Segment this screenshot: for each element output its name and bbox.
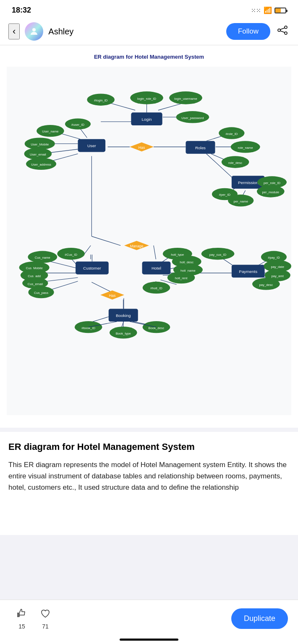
username-label: Ashley	[48, 27, 221, 36]
svg-text:User_password: User_password	[181, 116, 204, 120]
svg-text:Has: Has	[109, 293, 116, 298]
svg-text:Payments: Payments	[239, 269, 257, 274]
svg-text:pay_date: pay_date	[271, 265, 284, 269]
svg-text:role_name: role_name	[238, 146, 253, 150]
svg-text:Book_type: Book_type	[116, 332, 131, 335]
home-indicator	[120, 639, 178, 641]
status-time: 18:32	[12, 6, 31, 15]
content-title: ER diagram for Hotel Management System	[8, 441, 290, 453]
svg-text:hotl_type: hotl_type	[171, 253, 184, 257]
svg-text:pay_desc: pay_desc	[259, 283, 273, 287]
svg-text:login_role_ID: login_role_ID	[137, 97, 157, 101]
svg-text:#Cus_ID: #Cus_ID	[65, 253, 77, 257]
svg-text:Permission: Permission	[238, 180, 259, 185]
back-button[interactable]: ‹	[8, 23, 20, 39]
wifi-icon: 📶	[264, 6, 272, 14]
svg-text:#login_ID: #login_ID	[94, 99, 108, 102]
bottom-bar: 15 71 Duplicate	[0, 600, 298, 644]
svg-text:Hotel: Hotel	[152, 266, 161, 270]
svg-text:Cus_add: Cus_add	[28, 274, 41, 278]
svg-text:Cus_email: Cus_email	[28, 282, 43, 286]
svg-text:login_username: login_username	[174, 97, 197, 101]
svg-text:#hotl_ID: #hotl_ID	[150, 286, 162, 290]
svg-text:Cus_name: Cus_name	[35, 256, 50, 260]
svg-point-1	[285, 26, 287, 29]
diagram-title: ER diagram for Hotel Management System	[7, 54, 291, 60]
follow-button[interactable]: Follow	[226, 23, 270, 40]
svg-line-5	[280, 31, 285, 33]
svg-text:Book_desc: Book_desc	[149, 326, 165, 330]
heart-button[interactable]: 71	[34, 606, 57, 631]
thumbs-up-icon	[16, 608, 28, 622]
svg-text:User: User	[87, 143, 96, 148]
svg-text:per_module: per_module	[262, 190, 279, 194]
svg-text:per_name: per_name	[234, 200, 248, 203]
svg-text:#book_ID: #book_ID	[81, 326, 95, 330]
svg-text:Cus_pass: Cus_pass	[34, 291, 48, 295]
like-count: 15	[18, 623, 25, 630]
svg-text:User_address: User_address	[31, 163, 51, 166]
content-section: ER diagram for Hotel Management System T…	[0, 432, 298, 535]
svg-text:#user_ID: #user_ID	[71, 123, 84, 127]
svg-text:Login: Login	[142, 117, 152, 122]
svg-text:User_name: User_name	[42, 130, 59, 133]
heart-icon	[39, 608, 51, 622]
svg-text:Booking: Booking	[116, 313, 131, 318]
avatar	[25, 22, 43, 41]
battery-icon	[274, 8, 286, 13]
svg-text:Roles: Roles	[195, 145, 206, 150]
duplicate-button[interactable]: Duplicate	[231, 608, 288, 629]
svg-text:hotl_desc: hotl_desc	[180, 260, 193, 264]
status-bar: 18:32 ⁙⁙ 📶	[0, 0, 298, 18]
svg-text:hotl_rent: hotl_rent	[175, 276, 188, 280]
svg-line-4	[280, 28, 285, 30]
svg-text:Customer: Customer	[83, 266, 101, 270]
heart-count: 71	[42, 623, 49, 630]
svg-text:pay_cus_ID: pay_cus_ID	[209, 253, 227, 257]
svg-text:per_role_ID: per_role_ID	[264, 181, 280, 185]
svg-text:Has: Has	[139, 145, 145, 150]
svg-text:#role_ID: #role_ID	[225, 132, 238, 136]
header: ‹ Ashley Follow	[0, 18, 298, 45]
diagram-svg[interactable]: Login login_role_ID login_username User_…	[7, 67, 291, 415]
svg-text:#per_ID: #per_ID	[219, 193, 231, 197]
svg-point-2	[285, 32, 287, 34]
content-body: This ER diagram represents the model of …	[8, 459, 290, 493]
svg-text:pay_amt: pay_amt	[272, 274, 284, 278]
svg-text:Manage: Manage	[130, 244, 144, 248]
svg-point-3	[278, 29, 280, 31]
svg-text:User_Mobile: User_Mobile	[31, 143, 49, 146]
svg-text:#pay_ID: #pay_ID	[268, 256, 280, 260]
svg-text:User_email: User_email	[30, 153, 46, 156]
like-button[interactable]: 15	[10, 606, 34, 631]
svg-point-0	[32, 28, 36, 31]
share-icon[interactable]	[275, 24, 290, 39]
diagram-container: ER diagram for Hotel Management System	[0, 45, 298, 428]
signal-icon: ⁙⁙	[251, 7, 261, 14]
svg-text:role_desc: role_desc	[228, 161, 242, 165]
status-icons: ⁙⁙ 📶	[251, 6, 286, 14]
